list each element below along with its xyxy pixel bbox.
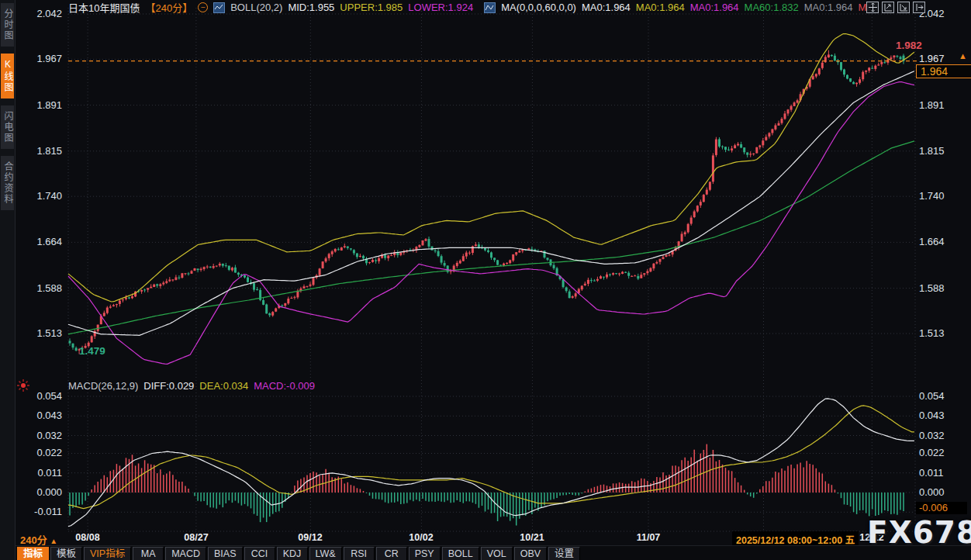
date-tick-label: 10/21 [512, 532, 552, 543]
chart-type-sidebar: 分时图K线图闪电图合约资料 [0, 0, 16, 560]
ma-readout: MA(0,0,0,60,0,0)MA0:1.964MA0:1.964MA0:1.… [501, 2, 879, 13]
axis-tick-label: 0.043 [23, 410, 62, 421]
axis-tick-label: 0.043 [919, 410, 945, 421]
axis-tick-label: 1.588 [23, 282, 62, 294]
price-up-arrow-icon: ▲ [959, 51, 967, 60]
axis-tick-label: 0.000 [919, 486, 945, 498]
main-chart-header: 日本10年期国债 【240分】 – BOLL(20,2)MID:1.955UPP… [68, 2, 884, 13]
macd-hdr-item: MACD:-0.009 [254, 380, 315, 392]
toolbar-button-PSY[interactable]: PSY [409, 547, 441, 560]
scale-down-icon[interactable] [897, 2, 910, 13]
boll-items-item: MID:1.955 [288, 2, 334, 13]
date-tick-label: 09/12 [290, 532, 330, 543]
ma-items-item: MA(0,0,0,60,0,0) [501, 2, 576, 13]
ma-items-item: MA0:1.964 [690, 2, 739, 13]
crosshair-icon[interactable] [866, 2, 879, 13]
axis-tick-label: 1.740 [919, 190, 945, 202]
axis-tick-label: 0.054 [919, 390, 945, 402]
macd-hdr-item: DIFF:0.029 [143, 380, 194, 392]
ma-items-item: MA60:1.832 [745, 2, 799, 13]
macd-hdr-item: MACD(26,12,9) [68, 380, 138, 392]
axis-tick-label: 1.815 [919, 145, 945, 157]
pan-right-icon[interactable] [913, 2, 925, 13]
axis-tick-label: 1.815 [23, 145, 62, 157]
boll-items-item: BOLL(20,2) [230, 2, 282, 13]
toolbar-button-VOL[interactable]: VOL [481, 547, 513, 560]
axis-tick-label: 1.588 [919, 282, 945, 294]
period-toggle-label: 240分 [20, 534, 47, 546]
axis-tick-label: 0.011 [919, 467, 944, 479]
macd-current-value-tag: -0.006 [916, 502, 967, 514]
axis-tick-label: 1.664 [23, 236, 62, 247]
boll-readout: BOLL(20,2)MID:1.955UPPER:1.985LOWER:1.92… [230, 2, 479, 13]
period-badge-icon[interactable]: – [198, 2, 208, 12]
ma-items-item: MA0:1.964 [804, 2, 853, 13]
toolbar-button-CCI[interactable]: CCI [244, 547, 275, 560]
axis-tick-label: 2.042 [23, 8, 62, 19]
axis-tick-label: 1.891 [919, 99, 945, 111]
toolbar-button-设置[interactable]: 设置 [548, 547, 580, 560]
macd-panel-header: MACD(26,12,9)DIFF:0.029DEA:0.034MACD:-0.… [68, 380, 320, 391]
toolbar-button-MACD[interactable]: MACD [165, 547, 206, 560]
toolbar-button-模板[interactable]: 模板 [50, 547, 82, 560]
session-low-label: 1.479 [79, 345, 105, 357]
date-tick-label: 08/27 [176, 532, 216, 543]
toolbar-button-LW&[interactable]: LW& [309, 547, 342, 560]
candlestick-chart-canvas[interactable] [0, 0, 971, 560]
scale-up-icon[interactable] [882, 2, 894, 13]
toolbar-button-BOLL[interactable]: BOLL [442, 547, 479, 560]
axis-tick-label: 0.000 [23, 486, 62, 498]
axis-tick-label: 0.032 [23, 430, 62, 441]
ma-indicator-icon[interactable] [484, 2, 496, 13]
period-label: 【240分】 [145, 0, 192, 15]
chart-toolbar-icons [866, 2, 925, 13]
axis-tick-label: 1.967 [23, 53, 62, 64]
period-toggle-arrow-icon: ▲ [50, 537, 57, 545]
boll-items-item: LOWER:1.924 [408, 2, 473, 13]
time-axis-row: 240分 ▲ 2025/12/12 08:00~12:00 五 08/0808/… [0, 531, 971, 545]
axis-tick-label: 1.664 [919, 236, 945, 247]
date-tick-label: 11/07 [628, 532, 669, 543]
toolbar-button-RSI[interactable]: RSI [344, 547, 375, 560]
sidebar-item-2[interactable]: 闪电图 [1, 105, 14, 149]
boll-indicator-icon[interactable] [213, 2, 225, 13]
live-flash-icon[interactable] [16, 379, 30, 396]
axis-tick-label: 1.513 [919, 327, 945, 339]
axis-tick-label: 1.513 [23, 327, 62, 339]
date-tick-label: 08/08 [67, 532, 108, 543]
macd-hdr-item: DEA:0.034 [199, 380, 248, 392]
axis-tick-label: -0.011 [23, 506, 62, 517]
sidebar-item-1[interactable]: K线图 [1, 54, 14, 99]
toolbar-button-OBV[interactable]: OBV [514, 547, 547, 560]
price-axis-tick-label: 1.967 [919, 53, 945, 64]
sidebar-item-0[interactable]: 分时图 [1, 3, 14, 47]
date-tick-label: 10/02 [401, 532, 441, 543]
indicator-toolbar: 指标模板VIP指标MAMACDBIASCCIKDJLW&RSICRPSYBOLL… [16, 545, 971, 560]
axis-tick-label: 0.011 [23, 467, 62, 479]
toolbar-button-CR[interactable]: CR [376, 547, 407, 560]
axis-tick-label: 1.740 [23, 190, 62, 202]
ma-items-item: MA0:1.964 [582, 2, 631, 13]
sidebar-item-3[interactable]: 合约资料 [1, 156, 14, 210]
toolbar-button-MA[interactable]: MA [133, 547, 164, 560]
session-high-label: 1.982 [896, 40, 922, 51]
boll-items-item: UPPER:1.985 [340, 2, 403, 13]
axis-tick-label: 0.022 [919, 447, 945, 458]
toolbar-button-VIP指标[interactable]: VIP指标 [84, 547, 131, 560]
toolbar-button-KDJ[interactable]: KDJ [277, 547, 308, 560]
axis-tick-label: 1.891 [23, 99, 62, 111]
axis-tick-label: 0.022 [23, 447, 62, 458]
current-price-tag: 1.964 [916, 64, 971, 78]
axis-tick-label: 0.032 [919, 430, 945, 441]
toolbar-button-指标[interactable]: 指标 [17, 547, 49, 560]
instrument-title: 日本10年期国债 [68, 0, 140, 15]
toolbar-button-BIAS[interactable]: BIAS [208, 547, 243, 560]
trading-app-window: 分时图K线图闪电图合约资料 日本10年期国债 【240分】 – BOLL(20,… [0, 0, 971, 560]
ma-items-item: MA0:1.964 [636, 2, 685, 13]
